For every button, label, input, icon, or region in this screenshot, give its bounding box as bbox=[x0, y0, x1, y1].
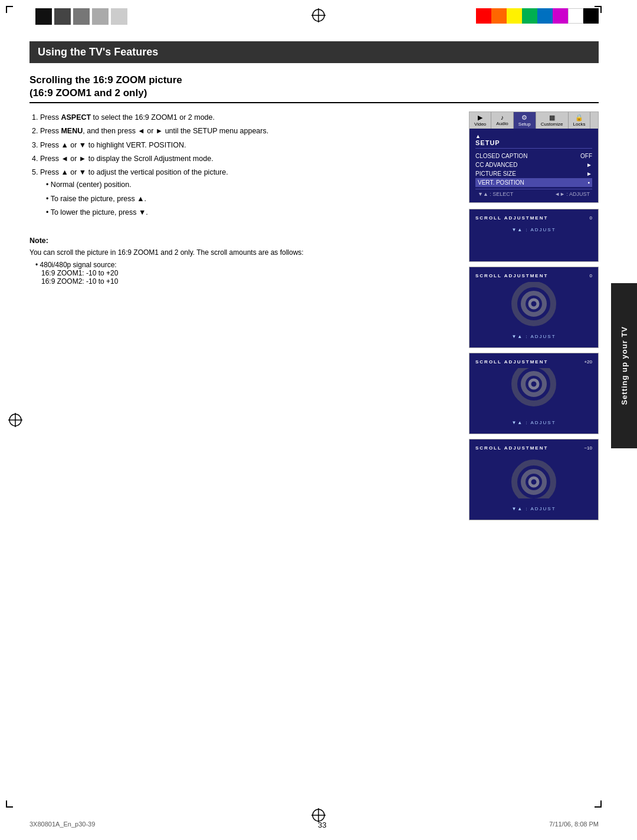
step-4: Press ◄ or ► to display the Scroll Adjus… bbox=[40, 153, 457, 165]
customize-icon: ▦ bbox=[549, 114, 555, 122]
scroll-adjust-4: ▼▲ : ADJUST bbox=[511, 506, 556, 511]
footer-file: 3X80801A_En_p30-39 bbox=[29, 821, 95, 829]
scroll-panel-1: SCROLL ADJUSTMENT 0 ▼▲ : ADJUST bbox=[469, 209, 599, 262]
note-bullet-1: 480i/480p signal source: 16:9 ZOOM1: -10… bbox=[35, 261, 457, 286]
svg-point-9 bbox=[514, 284, 553, 323]
svg-point-16 bbox=[523, 471, 544, 493]
two-col-layout: Press ASPECT to select the 16:9 ZOOM1 or… bbox=[29, 111, 599, 525]
circles-up bbox=[510, 368, 557, 412]
scroll-label-1: SCROLL ADJUSTMENT bbox=[475, 215, 548, 221]
color-strips-top bbox=[476, 8, 599, 24]
setup-icon: ⚙ bbox=[521, 114, 527, 122]
svg-point-14 bbox=[530, 380, 538, 388]
tab-setup[interactable]: ⚙ Setup bbox=[514, 112, 536, 129]
menu-content: ▲ SETUP CLOSED CAPTIONOFF CC ADVANCED► P… bbox=[469, 129, 598, 202]
note-body: You can scroll the picture in 16:9 ZOOM1… bbox=[29, 247, 457, 258]
scroll-value-3: +20 bbox=[584, 359, 592, 365]
svg-point-17 bbox=[530, 478, 538, 486]
step-5: Press ▲ or ▼ to adjust the vertical posi… bbox=[40, 166, 457, 219]
instructions: Press ASPECT to select the 16:9 ZOOM1 or… bbox=[29, 111, 457, 219]
black-squares bbox=[35, 8, 127, 25]
left-column: Press ASPECT to select the 16:9 ZOOM1 or… bbox=[29, 111, 457, 525]
menu-footer-adjust: ◄► : ADJUST bbox=[554, 191, 590, 197]
corner-mark-bl bbox=[6, 800, 13, 808]
bullet-lower: To lower the picture, press ▼. bbox=[46, 206, 457, 219]
tab-video[interactable]: ▶ Video bbox=[469, 112, 491, 129]
scroll-label-4: SCROLL ADJUSTMENT bbox=[475, 445, 548, 451]
menu-footer: ▼▲ : SELECT ◄► : ADJUST bbox=[475, 189, 592, 199]
right-column: ▶ Video ♪ Audio ⚙ Setup ▦ Customize bbox=[469, 111, 599, 525]
scroll-panel-3: SCROLL ADJUSTMENT +20 ▼▲ : ADJUST bbox=[469, 353, 599, 434]
tab-locks-label: Locks bbox=[573, 122, 586, 127]
side-tab: Setting up your TV bbox=[611, 283, 637, 448]
menu-row-picture-size: PICTURE SIZE► bbox=[475, 169, 592, 178]
scroll-panel-4: SCROLL ADJUSTMENT −10 ▼▲ : ADJUST bbox=[469, 439, 599, 520]
note-title: Note: bbox=[29, 237, 457, 245]
side-tab-text: Setting up your TV bbox=[620, 326, 629, 405]
menu-row-cc-advanced: CC ADVANCED► bbox=[475, 160, 592, 169]
scroll-adjust-3: ▼▲ : ADJUST bbox=[511, 420, 556, 425]
scroll-value-1: 0 bbox=[590, 215, 592, 221]
circles-center bbox=[510, 282, 557, 326]
tab-audio-label: Audio bbox=[496, 121, 508, 126]
menu-tabs: ▶ Video ♪ Audio ⚙ Setup ▦ Customize bbox=[469, 112, 598, 129]
tv-menu-box: ▶ Video ♪ Audio ⚙ Setup ▦ Customize bbox=[469, 111, 599, 203]
registration-mark-top bbox=[311, 8, 326, 22]
svg-point-13 bbox=[523, 373, 544, 395]
scroll-panel-2: SCROLL ADJUSTMENT 0 ▼▲ : ADJUST bbox=[469, 267, 599, 348]
step-3: Press ▲ or ▼ to highlight VERT. POSITION… bbox=[40, 139, 457, 152]
menu-title: ▲ SETUP bbox=[475, 132, 592, 149]
tab-customize[interactable]: ▦ Customize bbox=[536, 112, 569, 129]
scroll-value-2: 0 bbox=[590, 273, 592, 278]
bullet-normal: Normal (center) position. bbox=[46, 179, 457, 191]
scroll-label-2: SCROLL ADJUSTMENT bbox=[475, 273, 548, 278]
step-2: Press MENU, and then press ◄ or ► until … bbox=[40, 125, 457, 137]
menu-row-closed-caption: CLOSED CAPTIONOFF bbox=[475, 152, 592, 160]
main-content: Using the TV's Features Scrolling the 16… bbox=[29, 41, 599, 808]
step-1: Press ASPECT to select the 16:9 ZOOM1 or… bbox=[40, 111, 457, 124]
tab-audio[interactable]: ♪ Audio bbox=[491, 112, 513, 129]
sub-header: Scrolling the 16:9 ZOOM picture(16:9 ZOO… bbox=[29, 74, 599, 103]
audio-icon: ♪ bbox=[501, 114, 504, 121]
section-header: Using the TV's Features bbox=[29, 41, 599, 63]
scroll-adjust-2: ▼▲ : ADJUST bbox=[511, 334, 556, 339]
svg-point-10 bbox=[523, 293, 544, 314]
corner-mark-tl bbox=[6, 6, 13, 13]
tab-customize-label: Customize bbox=[541, 122, 563, 127]
locks-icon: 🔒 bbox=[575, 114, 583, 122]
note-section: Note: You can scroll the picture in 16:9… bbox=[29, 237, 457, 286]
scroll-label-3: SCROLL ADJUSTMENT bbox=[475, 359, 548, 365]
page-number: 33 bbox=[318, 821, 326, 829]
menu-title-text: SETUP bbox=[475, 139, 500, 146]
menu-row-vert-position: VERT. POSITION▪ bbox=[475, 178, 592, 187]
registration-mark-left bbox=[8, 413, 22, 427]
bullet-raise: To raise the picture, press ▲. bbox=[46, 193, 457, 205]
menu-footer-select: ▼▲ : SELECT bbox=[478, 191, 513, 197]
svg-point-11 bbox=[530, 300, 538, 308]
video-icon: ▶ bbox=[478, 114, 482, 122]
tab-locks[interactable]: 🔒 Locks bbox=[569, 112, 591, 129]
tab-video-label: Video bbox=[474, 122, 486, 127]
circles-down bbox=[510, 454, 557, 498]
tab-setup-label: Setup bbox=[518, 122, 531, 127]
footer-date: 7/11/06, 8:08 PM bbox=[549, 821, 599, 829]
section-header-text: Using the TV's Features bbox=[38, 46, 158, 58]
scroll-value-4: −10 bbox=[584, 445, 592, 451]
page-footer: 3X80801A_En_p30-39 33 7/11/06, 8:08 PM bbox=[29, 821, 599, 829]
scroll-adjust-1: ▼▲ : ADJUST bbox=[511, 227, 556, 232]
